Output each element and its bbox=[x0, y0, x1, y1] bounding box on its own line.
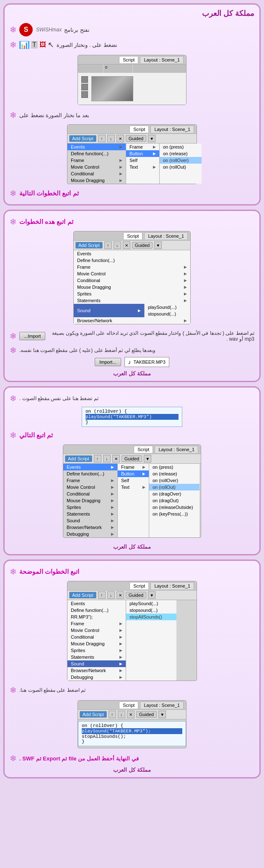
s2-frame[interactable]: Frame ▶ bbox=[74, 264, 190, 270]
s4-code-up-btn[interactable]: ↑ bbox=[109, 711, 116, 718]
s3-events[interactable]: Events ▶ bbox=[63, 464, 117, 470]
s4-down-btn[interactable]: ↓ bbox=[107, 591, 115, 599]
s2-browser[interactable]: Browser/Network ▶ bbox=[74, 317, 190, 324]
s4-script-tab[interactable]: Script bbox=[129, 582, 149, 589]
s3-button-sub[interactable]: Button ▶ bbox=[118, 470, 149, 477]
s3-on-release[interactable]: on (release) bbox=[149, 470, 199, 477]
s4-layout-tab[interactable]: Layout : Scene_1 bbox=[150, 582, 194, 589]
frame-item-1[interactable]: Frame ▶ bbox=[67, 157, 126, 164]
s4-stop-sound[interactable]: stopsound(...) bbox=[126, 607, 176, 614]
s3-frame-sub[interactable]: Frame ▶ bbox=[118, 464, 149, 470]
s2-up-btn[interactable]: ↑ bbox=[104, 241, 112, 249]
s4-frame[interactable]: Frame ▶ bbox=[67, 620, 126, 627]
s2-script-tab[interactable]: Script bbox=[123, 232, 142, 239]
s4-guided-btn[interactable]: Guided bbox=[126, 592, 146, 598]
define-item-1[interactable]: Define function(...) bbox=[67, 150, 126, 157]
s4-code-arrow-btn[interactable]: ▼ bbox=[158, 711, 166, 718]
s3-cond[interactable]: Conditional ▶ bbox=[63, 490, 117, 497]
s3-on-press[interactable]: on (press) bbox=[149, 464, 199, 470]
s4-cond[interactable]: Conditional ▶ bbox=[67, 634, 126, 640]
s3-text-sub[interactable]: Text ▶ bbox=[118, 484, 149, 490]
s3-self-sub[interactable]: Self bbox=[118, 477, 149, 484]
s4-code-down-btn[interactable]: ↓ bbox=[118, 711, 125, 718]
s4-browser[interactable]: Browser/Network ▶ bbox=[67, 667, 126, 674]
s2-cond[interactable]: Conditional ▶ bbox=[74, 277, 190, 284]
s4-code-guided-btn[interactable]: Guided bbox=[136, 711, 157, 718]
s3-statements[interactable]: Statements ▶ bbox=[63, 511, 117, 517]
s2-stop-sound[interactable]: stopsound(...) bbox=[145, 311, 190, 317]
mouse-item-1[interactable]: Mouse Dragging ▶ bbox=[67, 177, 126, 184]
script-tab-1[interactable]: Script bbox=[119, 56, 138, 63]
s2-sprites[interactable]: Sprites ▶ bbox=[74, 290, 190, 297]
s3-define[interactable]: Define function(...) bbox=[63, 470, 117, 477]
s3-guided-btn[interactable]: Guided bbox=[122, 455, 142, 462]
s3-frame[interactable]: Frame ▶ bbox=[63, 477, 117, 484]
s3-layout-tab[interactable]: Layout : Scene_1 bbox=[155, 446, 198, 453]
frame-sub-1[interactable]: Frame ▶ bbox=[126, 144, 159, 150]
up-btn-1[interactable]: ↑ bbox=[98, 135, 106, 142]
s4-code-add-script[interactable]: Add Script bbox=[80, 711, 107, 718]
s4-movie[interactable]: Movie Control ▶ bbox=[67, 627, 126, 634]
add-script-btn-1[interactable]: Add Script bbox=[69, 135, 96, 142]
import-btn-1[interactable]: Import... bbox=[19, 332, 45, 340]
s4-x-btn[interactable]: ✕ bbox=[116, 591, 124, 599]
s4-mouse[interactable]: Mouse Dragging ▶ bbox=[67, 640, 126, 647]
s4-events[interactable]: Events bbox=[67, 600, 126, 607]
movie-item-1[interactable]: Movie Control ▶ bbox=[67, 164, 126, 170]
s4-play-sound[interactable]: playSound(...) bbox=[126, 600, 176, 607]
s3-down-btn[interactable]: ↓ bbox=[103, 455, 111, 462]
s4-statements[interactable]: Statements ▶ bbox=[67, 654, 126, 660]
s2-sound[interactable]: Sound ▶ bbox=[74, 304, 144, 317]
s2-mouse[interactable]: Mouse Dragging ▶ bbox=[74, 284, 190, 290]
s3-on-releaseoutside[interactable]: on (releaseOutside) bbox=[149, 504, 199, 511]
script-tab-1a[interactable]: Script bbox=[129, 126, 149, 133]
events-item-1[interactable]: Events ▶ bbox=[67, 144, 126, 150]
s3-on-rollover[interactable]: on (rollOver) bbox=[149, 477, 199, 484]
s4-stop-all-sounds[interactable]: stopAllSounds() bbox=[126, 614, 176, 620]
s3-on-dragout[interactable]: on (dragOut) bbox=[149, 497, 199, 504]
s4-sound[interactable]: Sound ▶ bbox=[67, 660, 126, 667]
s3-up-btn[interactable]: ↑ bbox=[94, 455, 101, 462]
s3-debugging[interactable]: Debugging ▶ bbox=[63, 531, 117, 537]
on-press-1[interactable]: on (press) bbox=[160, 144, 202, 150]
s4-add-script-btn[interactable]: Add Script bbox=[69, 592, 96, 598]
s4-debugging[interactable]: Debugging ▶ bbox=[67, 674, 126, 681]
s2-guided-btn[interactable]: Guided bbox=[132, 242, 153, 249]
s2-statements[interactable]: Statements ▶ bbox=[74, 297, 190, 304]
s2-x-btn[interactable]: ✕ bbox=[123, 241, 130, 249]
self-sub-1[interactable]: Self bbox=[126, 157, 159, 164]
button-sub-1[interactable]: Button ▶ bbox=[126, 150, 159, 157]
arrow-btn-1[interactable]: ▼ bbox=[148, 135, 155, 142]
text-sub-1[interactable]: Text ▶ bbox=[126, 164, 159, 170]
x-btn-1[interactable]: ✕ bbox=[116, 135, 124, 142]
on-rollover-1[interactable]: on (rollOver) bbox=[160, 157, 202, 164]
s3-script-tab[interactable]: Script bbox=[134, 446, 153, 453]
layout-tab-1a[interactable]: Layout : Scene_1 bbox=[150, 126, 194, 133]
s2-movie[interactable]: Movie Control ▶ bbox=[74, 270, 190, 277]
s3-movie[interactable]: Movie Control ▶ bbox=[63, 484, 117, 490]
cond-item-1[interactable]: Conditional ▶ bbox=[67, 170, 126, 177]
s2-arrow-btn[interactable]: ▼ bbox=[154, 241, 162, 249]
s3-add-script-btn[interactable]: Add Script bbox=[65, 455, 92, 462]
s2-events[interactable]: Events bbox=[74, 250, 190, 257]
s2-add-script-btn[interactable]: Add Script bbox=[75, 242, 103, 249]
s3-on-rollout[interactable]: on (rollOut) bbox=[149, 484, 199, 490]
down-btn-1[interactable]: ↓ bbox=[107, 135, 115, 142]
s4-code-script-tab[interactable]: Script bbox=[119, 701, 138, 709]
s2-layout-tab[interactable]: Layout : Scene_1 bbox=[144, 232, 188, 239]
s2-define[interactable]: Define function(...) bbox=[74, 257, 190, 264]
s3-sound[interactable]: Sound ▶ bbox=[63, 517, 117, 524]
layout-tab-1[interactable]: Layout : Scene_1 bbox=[140, 56, 184, 63]
s3-browser[interactable]: Browser/Network ▶ bbox=[63, 524, 117, 531]
s3-mouse[interactable]: Mouse Dragging ▶ bbox=[63, 497, 117, 504]
s2-play-sound[interactable]: playSound(...) bbox=[145, 304, 190, 311]
guided-btn-1[interactable]: Guided bbox=[126, 135, 146, 142]
s3-arrow-btn[interactable]: ▼ bbox=[144, 455, 151, 462]
s4-arrow-btn[interactable]: ▼ bbox=[148, 591, 155, 599]
s3-x-btn[interactable]: ✕ bbox=[112, 455, 120, 462]
s4-up-btn[interactable]: ↑ bbox=[98, 591, 106, 599]
s4-sprites[interactable]: Sprites ▶ bbox=[67, 647, 126, 654]
s3-sprites[interactable]: Sprites ▶ bbox=[63, 504, 117, 511]
s3-on-dragover[interactable]: on (dragOver) bbox=[149, 490, 199, 497]
s4-code-x-btn[interactable]: ✕ bbox=[127, 711, 135, 718]
